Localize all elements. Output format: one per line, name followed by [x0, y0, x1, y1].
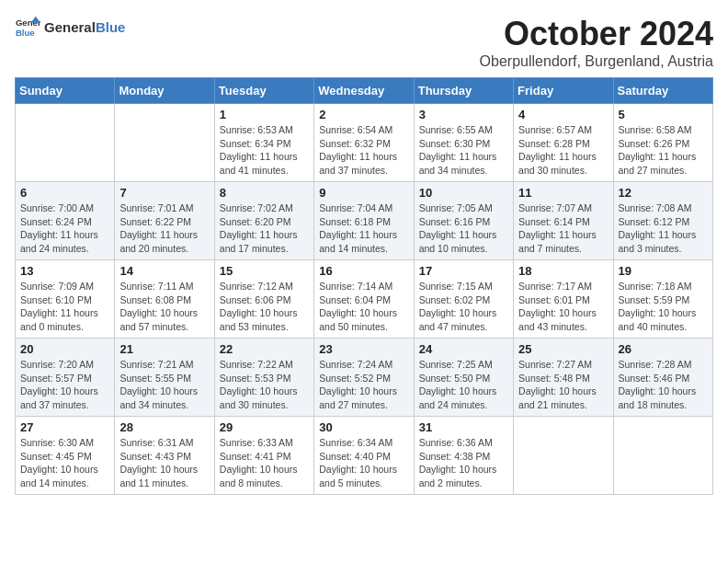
day-number: 18 — [518, 264, 608, 278]
day-info: Sunrise: 7:07 AMSunset: 6:14 PMDaylight:… — [518, 201, 608, 256]
day-info: Sunrise: 7:14 AMSunset: 6:04 PMDaylight:… — [319, 280, 408, 334]
day-info: Sunrise: 7:17 AMSunset: 6:01 PMDaylight:… — [518, 280, 608, 334]
day-info: Sunrise: 7:09 AMSunset: 6:10 PMDaylight:… — [20, 280, 109, 334]
day-number: 13 — [20, 264, 109, 278]
day-number: 12 — [619, 186, 708, 200]
calendar-cell: 12Sunrise: 7:08 AMSunset: 6:12 PMDayligh… — [613, 182, 712, 260]
calendar-cell: 29Sunrise: 6:33 AMSunset: 4:41 PMDayligh… — [214, 417, 313, 495]
day-number: 10 — [419, 186, 508, 200]
logo-icon: General Blue — [15, 15, 40, 40]
day-number: 5 — [619, 108, 708, 121]
day-number: 23 — [319, 342, 408, 356]
calendar-week-row: 13Sunrise: 7:09 AMSunset: 6:10 PMDayligh… — [16, 260, 713, 339]
day-number: 14 — [119, 264, 209, 278]
weekday-header-sunday: Sunday — [16, 78, 115, 104]
calendar-week-row: 20Sunrise: 7:20 AMSunset: 5:57 PMDayligh… — [16, 339, 713, 417]
calendar-cell: 2Sunrise: 6:54 AMSunset: 6:32 PMDaylight… — [314, 104, 414, 182]
calendar-cell: 16Sunrise: 7:14 AMSunset: 6:04 PMDayligh… — [314, 260, 414, 339]
calendar-cell: 7Sunrise: 7:01 AMSunset: 6:22 PMDaylight… — [115, 182, 214, 260]
calendar-cell: 5Sunrise: 6:58 AMSunset: 6:26 PMDaylight… — [613, 104, 712, 182]
day-number: 1 — [220, 108, 309, 121]
day-number: 7 — [119, 186, 209, 200]
calendar-header: SundayMondayTuesdayWednesdayThursdayFrid… — [16, 78, 713, 104]
day-info: Sunrise: 7:25 AMSunset: 5:50 PMDaylight:… — [419, 358, 508, 412]
day-info: Sunrise: 6:31 AMSunset: 4:43 PMDaylight:… — [119, 436, 209, 490]
calendar-cell: 10Sunrise: 7:05 AMSunset: 6:16 PMDayligh… — [414, 182, 513, 260]
calendar-cell: 11Sunrise: 7:07 AMSunset: 6:14 PMDayligh… — [514, 182, 613, 260]
location-title: Oberpullendorf, Burgenland, Austria — [480, 53, 713, 70]
day-number: 20 — [20, 342, 109, 356]
calendar-cell: 25Sunrise: 7:27 AMSunset: 5:48 PMDayligh… — [514, 339, 613, 417]
calendar-cell: 15Sunrise: 7:12 AMSunset: 6:06 PMDayligh… — [214, 260, 313, 339]
calendar-cell: 22Sunrise: 7:22 AMSunset: 5:53 PMDayligh… — [214, 339, 313, 417]
day-info: Sunrise: 7:01 AMSunset: 6:22 PMDaylight:… — [119, 201, 209, 256]
day-number: 22 — [220, 342, 309, 356]
calendar-cell: 28Sunrise: 6:31 AMSunset: 4:43 PMDayligh… — [115, 417, 214, 495]
calendar-cell: 3Sunrise: 6:55 AMSunset: 6:30 PMDaylight… — [414, 104, 513, 182]
day-info: Sunrise: 7:04 AMSunset: 6:18 PMDaylight:… — [319, 201, 408, 256]
day-info: Sunrise: 6:36 AMSunset: 4:38 PMDaylight:… — [419, 436, 508, 490]
day-info: Sunrise: 7:02 AMSunset: 6:20 PMDaylight:… — [220, 201, 309, 256]
day-number: 17 — [419, 264, 508, 278]
calendar-cell: 27Sunrise: 6:30 AMSunset: 4:45 PMDayligh… — [16, 417, 115, 495]
day-info: Sunrise: 7:24 AMSunset: 5:52 PMDaylight:… — [319, 358, 408, 412]
day-info: Sunrise: 7:05 AMSunset: 6:16 PMDaylight:… — [419, 201, 508, 256]
weekday-row: SundayMondayTuesdayWednesdayThursdayFrid… — [16, 78, 713, 104]
logo: General Blue GeneralBlue — [15, 15, 125, 40]
day-info: Sunrise: 6:30 AMSunset: 4:45 PMDaylight:… — [20, 436, 109, 490]
calendar-cell: 1Sunrise: 6:53 AMSunset: 6:34 PMDaylight… — [214, 104, 313, 182]
day-number: 30 — [319, 420, 408, 434]
calendar-cell: 26Sunrise: 7:28 AMSunset: 5:46 PMDayligh… — [613, 339, 712, 417]
day-number: 3 — [419, 108, 508, 121]
day-number: 6 — [20, 186, 109, 200]
day-number: 24 — [419, 342, 508, 356]
logo-blue-text: Blue — [96, 19, 126, 35]
day-number: 2 — [319, 108, 408, 121]
day-info: Sunrise: 6:53 AMSunset: 6:34 PMDaylight:… — [220, 123, 309, 178]
day-number: 9 — [319, 186, 408, 200]
day-number: 4 — [518, 108, 608, 121]
logo-general-text: General — [44, 19, 96, 35]
calendar-week-row: 6Sunrise: 7:00 AMSunset: 6:24 PMDaylight… — [16, 182, 713, 260]
calendar-cell: 19Sunrise: 7:18 AMSunset: 5:59 PMDayligh… — [613, 260, 712, 339]
calendar-week-row: 27Sunrise: 6:30 AMSunset: 4:45 PMDayligh… — [16, 417, 713, 495]
day-number: 21 — [119, 342, 209, 356]
title-area: October 2024 Oberpullendorf, Burgenland,… — [480, 15, 713, 70]
day-info: Sunrise: 7:11 AMSunset: 6:08 PMDaylight:… — [119, 280, 209, 334]
calendar-cell: 18Sunrise: 7:17 AMSunset: 6:01 PMDayligh… — [514, 260, 613, 339]
calendar-cell: 6Sunrise: 7:00 AMSunset: 6:24 PMDaylight… — [16, 182, 115, 260]
day-info: Sunrise: 7:27 AMSunset: 5:48 PMDaylight:… — [518, 358, 608, 412]
day-number: 16 — [319, 264, 408, 278]
weekday-header-wednesday: Wednesday — [314, 78, 414, 104]
day-info: Sunrise: 6:34 AMSunset: 4:40 PMDaylight:… — [319, 436, 408, 490]
calendar-cell: 4Sunrise: 6:57 AMSunset: 6:28 PMDaylight… — [514, 104, 613, 182]
day-info: Sunrise: 7:12 AMSunset: 6:06 PMDaylight:… — [220, 280, 309, 334]
weekday-header-thursday: Thursday — [414, 78, 513, 104]
day-number: 11 — [518, 186, 608, 200]
day-info: Sunrise: 7:21 AMSunset: 5:55 PMDaylight:… — [119, 358, 209, 412]
day-number: 8 — [220, 186, 309, 200]
day-number: 31 — [419, 420, 508, 434]
day-info: Sunrise: 7:00 AMSunset: 6:24 PMDaylight:… — [20, 201, 109, 256]
day-info: Sunrise: 6:54 AMSunset: 6:32 PMDaylight:… — [319, 123, 408, 178]
calendar-cell: 13Sunrise: 7:09 AMSunset: 6:10 PMDayligh… — [16, 260, 115, 339]
calendar-body: 1Sunrise: 6:53 AMSunset: 6:34 PMDaylight… — [16, 104, 713, 495]
day-info: Sunrise: 7:15 AMSunset: 6:02 PMDaylight:… — [419, 280, 508, 334]
calendar-cell: 31Sunrise: 6:36 AMSunset: 4:38 PMDayligh… — [414, 417, 513, 495]
day-info: Sunrise: 6:57 AMSunset: 6:28 PMDaylight:… — [518, 123, 608, 178]
header: General Blue GeneralBlue October 2024 Ob… — [15, 15, 713, 70]
calendar-cell: 23Sunrise: 7:24 AMSunset: 5:52 PMDayligh… — [314, 339, 414, 417]
day-info: Sunrise: 6:55 AMSunset: 6:30 PMDaylight:… — [419, 123, 508, 178]
weekday-header-monday: Monday — [115, 78, 214, 104]
day-info: Sunrise: 7:22 AMSunset: 5:53 PMDaylight:… — [220, 358, 309, 412]
calendar-cell: 20Sunrise: 7:20 AMSunset: 5:57 PMDayligh… — [16, 339, 115, 417]
weekday-header-saturday: Saturday — [613, 78, 712, 104]
day-info: Sunrise: 7:18 AMSunset: 5:59 PMDaylight:… — [619, 280, 708, 334]
day-info: Sunrise: 7:28 AMSunset: 5:46 PMDaylight:… — [619, 358, 708, 412]
day-info: Sunrise: 6:58 AMSunset: 6:26 PMDaylight:… — [619, 123, 708, 178]
calendar-cell: 9Sunrise: 7:04 AMSunset: 6:18 PMDaylight… — [314, 182, 414, 260]
day-info: Sunrise: 7:20 AMSunset: 5:57 PMDaylight:… — [20, 358, 109, 412]
day-number: 27 — [20, 420, 109, 434]
day-info: Sunrise: 7:08 AMSunset: 6:12 PMDaylight:… — [619, 201, 708, 256]
weekday-header-tuesday: Tuesday — [214, 78, 313, 104]
